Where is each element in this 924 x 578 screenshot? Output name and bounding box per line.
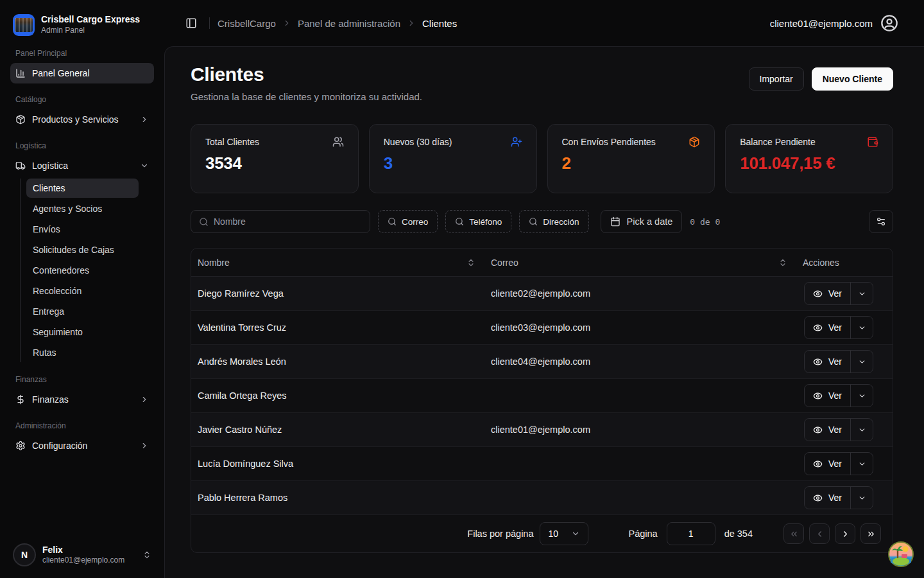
view-button-label: Ver xyxy=(828,459,842,469)
filter-chip-label: Dirección xyxy=(543,217,579,227)
chevron-down-icon xyxy=(858,392,866,400)
sort-icon[interactable] xyxy=(466,258,475,267)
cell-email: cliente01@ejemplo.com xyxy=(484,425,796,435)
sort-icon[interactable] xyxy=(778,258,787,267)
user-name: Felix xyxy=(42,545,124,556)
sidebar-item-productos-servicios[interactable]: Productos y Servicios xyxy=(10,109,154,130)
sidebar-item-panel-general[interactable]: Panel General xyxy=(10,63,154,83)
brand-subtitle: Admin Panel xyxy=(41,26,140,36)
view-button[interactable]: Ver xyxy=(805,317,850,338)
chevron-down-icon xyxy=(858,358,866,366)
view-options-button[interactable] xyxy=(869,210,893,233)
filter-direccion-button[interactable]: Dirección xyxy=(519,210,588,233)
import-button[interactable]: Importar xyxy=(749,67,804,91)
view-button[interactable]: Ver xyxy=(805,283,850,304)
sidebar-user-menu[interactable]: N Felix cliente01@ejemplo.com xyxy=(10,539,154,570)
previous-page-button[interactable] xyxy=(809,523,830,544)
sidebar-subitem-entrega[interactable]: Entrega xyxy=(26,302,139,321)
chevron-down-icon xyxy=(858,460,866,468)
section-label-catalogo: Catálogo xyxy=(10,95,154,104)
breadcrumb-panel-administracion[interactable]: Panel de administración xyxy=(298,18,400,29)
sidebar-subitem-recoleccion[interactable]: Recolección xyxy=(26,281,139,301)
package-icon xyxy=(689,136,700,148)
view-button[interactable]: Ver xyxy=(805,453,850,475)
sidebar-item-finanzas[interactable]: Finanzas xyxy=(10,389,154,410)
rows-per-page-value: 10 xyxy=(548,529,558,539)
breadcrumb-crisbellcargo[interactable]: CrisbellCargo xyxy=(218,18,276,29)
view-button[interactable]: Ver xyxy=(805,487,850,509)
stat-value: 101.047,15 € xyxy=(740,153,878,173)
name-search-input[interactable] xyxy=(214,216,362,227)
sidebar-subitem-rutas[interactable]: Rutas xyxy=(26,343,139,362)
row-menu-button[interactable] xyxy=(851,385,873,407)
cell-name: Valentina Torres Cruz xyxy=(191,322,484,333)
section-label-finanzas: Finanzas xyxy=(10,375,154,384)
filter-chip-label: Correo xyxy=(402,217,428,227)
view-button[interactable]: Ver xyxy=(805,385,850,407)
row-actions: Ver xyxy=(804,452,873,475)
gear-icon xyxy=(15,441,26,451)
first-page-button[interactable] xyxy=(783,523,804,544)
pagination-bar: Filas por página 10 Página de 354 xyxy=(191,515,893,552)
rows-per-page-select[interactable]: 10 xyxy=(540,522,588,545)
stat-card-total-clientes: Total Clientes 3534 xyxy=(191,124,359,193)
filter-correo-button[interactable]: Correo xyxy=(378,210,438,233)
stat-value: 2 xyxy=(562,153,701,173)
stat-label: Total Clientes xyxy=(205,137,259,147)
view-button[interactable]: Ver xyxy=(805,419,850,441)
calendar-icon xyxy=(610,216,620,227)
sidebar-subitem-envios[interactable]: Envíos xyxy=(26,220,139,239)
sidebar-subitem-clientes[interactable]: Clientes xyxy=(26,179,139,198)
wallet-icon xyxy=(867,136,878,148)
row-actions: Ver xyxy=(804,418,873,441)
filter-telefono-button[interactable]: Teléfono xyxy=(445,210,511,233)
chevrons-right-icon xyxy=(866,529,876,539)
table-row: Diego Ramírez Vega cliente02@ejemplo.com… xyxy=(191,277,893,311)
row-menu-button[interactable] xyxy=(851,487,873,509)
table-header-row: Nombre Correo Acciones xyxy=(191,249,893,277)
row-menu-button[interactable] xyxy=(851,351,873,372)
island-widget-button[interactable] xyxy=(888,541,914,567)
brand: Crisbell Cargo Express Admin Panel xyxy=(10,10,154,37)
sliders-icon xyxy=(876,216,886,227)
topbar-user-button[interactable] xyxy=(880,14,898,32)
clients-table: Nombre Correo Acciones Diego Ramírez Veg… xyxy=(191,248,893,553)
sidebar-toggle-button[interactable] xyxy=(181,13,201,33)
search-icon xyxy=(388,217,397,226)
row-actions: Ver xyxy=(804,316,873,339)
sidebar-item-logistica[interactable]: Logística xyxy=(10,155,154,176)
table-row: Valentina Torres Cruz cliente03@ejemplo.… xyxy=(191,311,893,345)
panel-left-icon xyxy=(185,17,197,29)
sidebar-item-configuracion[interactable]: Configuración xyxy=(10,435,154,456)
view-button[interactable]: Ver xyxy=(805,351,850,372)
view-button-label: Ver xyxy=(828,390,842,401)
sidebar-subitem-contenedores[interactable]: Contenedores xyxy=(26,261,139,280)
sidebar-subitem-solicitudes-cajas[interactable]: Solicitudes de Cajas xyxy=(26,240,139,259)
user-plus-icon xyxy=(511,136,522,148)
sidebar-item-label: Panel General xyxy=(32,68,90,78)
eye-icon xyxy=(813,493,823,503)
row-menu-button[interactable] xyxy=(851,419,873,441)
sidebar-subitem-seguimiento[interactable]: Seguimiento xyxy=(26,322,139,342)
logistica-submenu: Clientes Agentes y Socios Envíos Solicit… xyxy=(20,179,154,362)
page-number-input[interactable] xyxy=(667,522,715,545)
column-header-acciones: Acciones xyxy=(803,258,839,268)
name-search-field[interactable] xyxy=(191,210,370,233)
row-menu-button[interactable] xyxy=(851,453,873,475)
last-page-button[interactable] xyxy=(860,523,881,544)
page-label: Página xyxy=(628,529,657,539)
search-icon xyxy=(455,217,464,226)
table-row: Javier Castro Núñez cliente01@ejemplo.co… xyxy=(191,413,893,447)
sidebar-subitem-agentes-socios[interactable]: Agentes y Socios xyxy=(26,199,139,218)
row-actions: Ver xyxy=(804,486,873,509)
eye-icon xyxy=(813,459,823,469)
truck-icon xyxy=(15,161,26,171)
table-row: Lucía Domínguez Silva Ver xyxy=(191,447,893,481)
row-menu-button[interactable] xyxy=(851,317,873,338)
row-menu-button[interactable] xyxy=(851,283,873,304)
date-picker-button[interactable]: Pick a date xyxy=(601,210,683,233)
stat-label: Nuevos (30 días) xyxy=(384,137,452,147)
next-page-button[interactable] xyxy=(835,523,855,544)
new-client-button[interactable]: Nuevo Cliente xyxy=(812,67,893,91)
section-label-panel-principal: Panel Principal xyxy=(10,49,154,58)
